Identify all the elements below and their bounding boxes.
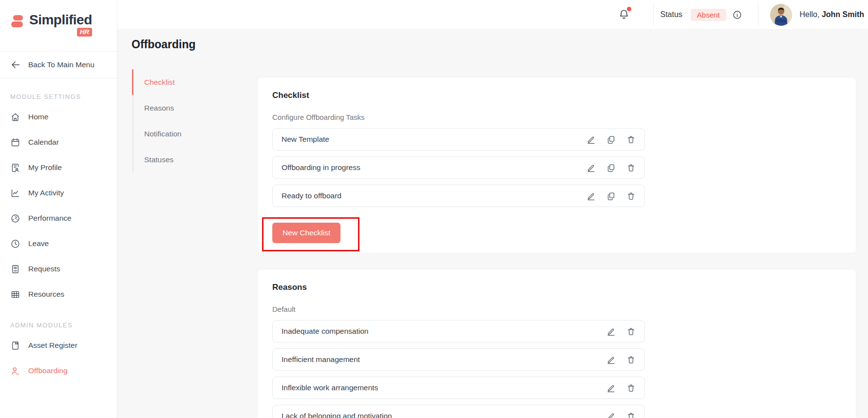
copy-button[interactable]	[606, 191, 616, 201]
avatar[interactable]	[770, 4, 792, 26]
requests-icon	[10, 264, 20, 274]
checklist-row-label: New Template	[282, 135, 586, 144]
reasons-card: Reasons Default Inadequate compensation …	[257, 269, 856, 418]
subnav-item-reasons[interactable]: Reasons	[144, 95, 217, 121]
edit-button[interactable]	[606, 355, 616, 364]
edit-icon	[586, 191, 596, 201]
delete-button[interactable]	[626, 191, 636, 201]
reasons-card-subtitle: Default	[272, 304, 841, 314]
edit-icon	[606, 383, 616, 393]
section-label-module-settings: MODULE SETTINGS	[10, 93, 117, 100]
sidebar: Simplified HR Back To Main Menu MODULE S…	[0, 0, 117, 418]
sidebar-item-home[interactable]: Home	[0, 104, 117, 130]
brand-tag-badge: HR	[77, 28, 92, 37]
edit-button[interactable]	[586, 191, 596, 201]
trash-icon	[626, 327, 636, 336]
sidebar-item-offboarding[interactable]: Offboarding	[0, 358, 117, 383]
greeting: Hello, John Smith	[800, 10, 868, 19]
delete-button[interactable]	[626, 135, 636, 144]
copy-button[interactable]	[606, 163, 616, 172]
checklist-card-subtitle: Configure Offboarding Tasks	[272, 112, 841, 122]
notification-dot	[627, 7, 631, 11]
brand-logo: Simplified HR	[0, 0, 117, 51]
edit-button[interactable]	[606, 327, 616, 336]
new-checklist-button[interactable]: New Checklist	[272, 223, 340, 243]
copy-icon	[606, 163, 616, 172]
arrow-left-icon	[10, 59, 21, 70]
sidebar-item-label: Home	[28, 113, 48, 121]
main-content: Offboarding Checklist Reasons Notificati…	[117, 30, 868, 418]
brand-name: Simplified	[29, 13, 92, 27]
edit-icon	[586, 163, 596, 172]
brand-logo-icon	[10, 14, 24, 29]
edit-button[interactable]	[606, 412, 616, 418]
sidebar-item-my-profile[interactable]: My Profile	[0, 155, 117, 180]
trash-icon	[626, 412, 636, 418]
edit-button[interactable]	[606, 383, 616, 393]
subnav-item-checklist[interactable]: Checklist	[144, 69, 217, 95]
edit-icon	[606, 327, 616, 336]
checklist-card: Checklist Configure Offboarding Tasks Ne…	[257, 77, 856, 253]
edit-button[interactable]	[586, 163, 596, 172]
topbar-divider	[653, 3, 654, 26]
section-label-admin-modules: ADMIN MODULES	[10, 322, 117, 329]
sidebar-item-label: Performance	[28, 214, 72, 223]
notifications-button[interactable]	[618, 8, 631, 21]
back-to-main-menu-label: Back To Main Menu	[28, 60, 94, 69]
sidebar-item-label: Requests	[28, 265, 60, 273]
sidebar-item-label: Asset Register	[28, 341, 77, 350]
delete-button[interactable]	[626, 163, 636, 172]
sidebar-item-leave[interactable]: Leave	[0, 231, 117, 256]
asset-register-icon	[10, 341, 20, 351]
checklist-row: New Template	[272, 128, 645, 151]
home-icon	[10, 112, 20, 122]
delete-button[interactable]	[626, 355, 636, 364]
edit-button[interactable]	[586, 135, 596, 144]
clock-icon	[10, 239, 20, 249]
sidebar-item-calendar[interactable]: Calendar	[0, 130, 117, 155]
checklist-row-label: Ready to offboard	[282, 191, 586, 200]
trash-icon	[626, 191, 636, 201]
sidebar-item-asset-register[interactable]: Asset Register	[0, 333, 117, 358]
checklist-rows: New Template Offboarding in progress	[272, 128, 645, 207]
sidebar-item-label: Offboarding	[28, 366, 68, 375]
delete-button[interactable]	[626, 327, 636, 336]
delete-button[interactable]	[626, 412, 636, 418]
sidebar-item-label: My Activity	[28, 189, 64, 197]
sidebar-item-label: Leave	[28, 239, 49, 248]
checklist-row: Offboarding in progress	[272, 156, 645, 179]
copy-button[interactable]	[606, 135, 616, 144]
sidebar-item-requests[interactable]: Requests	[0, 256, 117, 282]
sidebar-item-performance[interactable]: Performance	[0, 206, 117, 231]
subnav-item-statuses[interactable]: Statuses	[144, 147, 217, 172]
reason-row: Lack of belonging and motivation	[272, 405, 645, 418]
sidebar-item-label: My Profile	[28, 163, 62, 172]
app-root: Simplified HR Back To Main Menu MODULE S…	[0, 0, 868, 418]
status-badge[interactable]: Absent	[691, 9, 726, 21]
resources-icon	[10, 289, 20, 300]
checklist-row: Ready to offboard	[272, 185, 645, 207]
sidebar-item-my-activity[interactable]: My Activity	[0, 180, 117, 206]
profile-icon	[10, 163, 20, 173]
avatar-image	[770, 4, 792, 26]
performance-icon	[10, 213, 20, 224]
edit-icon	[586, 135, 596, 144]
reasons-card-title: Reasons	[272, 281, 841, 294]
reason-row-label: Lack of belonging and motivation	[282, 412, 606, 418]
info-icon	[732, 10, 742, 20]
activity-icon	[10, 188, 20, 198]
trash-icon	[626, 355, 636, 364]
settings-subnav: Checklist Reasons Notification Statuses	[132, 69, 217, 172]
edit-icon	[606, 355, 616, 364]
status-info-button[interactable]	[732, 10, 742, 20]
checklist-card-title: Checklist	[272, 89, 841, 102]
sidebar-item-label: Resources	[28, 290, 64, 299]
reason-row-label: Inefficient management	[282, 355, 606, 364]
topbar-divider	[758, 3, 758, 26]
delete-button[interactable]	[626, 383, 636, 393]
trash-icon	[626, 163, 636, 172]
copy-icon	[606, 135, 616, 144]
subnav-item-notification[interactable]: Notification	[144, 121, 217, 147]
sidebar-item-resources[interactable]: Resources	[0, 282, 117, 307]
back-to-main-menu[interactable]: Back To Main Menu	[0, 51, 117, 78]
